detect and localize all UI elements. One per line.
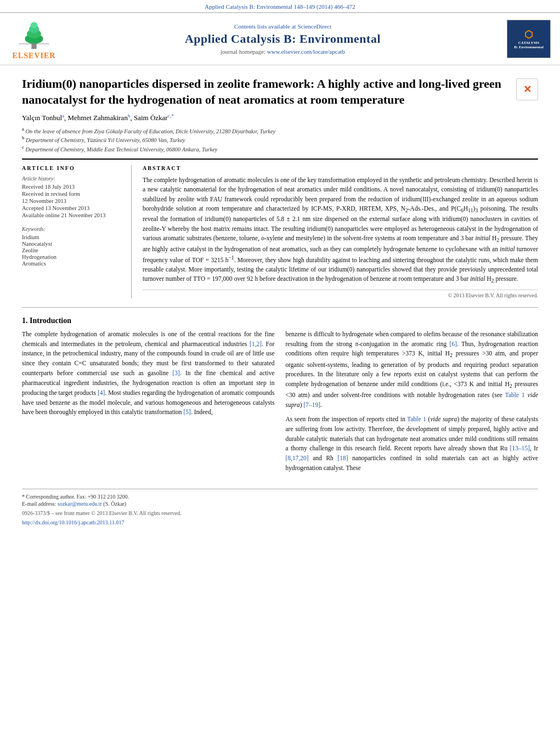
authors-line: Yalçın Tonbula, Mehmet Zahmakiranb, Saim… [22,113,538,122]
introduction-section: 1. Introduction The complete hydrogenati… [22,316,538,478]
author-2: Mehmet Zahmakiran [68,114,128,122]
received-revised-date: 12 November 2013 [22,198,123,204]
ref-6[interactable]: [6] [450,341,457,347]
elsevier-logo: ELSEVIER [7,18,61,60]
ref-4[interactable]: [4] [98,389,105,396]
journal-homepage: journal homepage: www.elsevier.com/locat… [67,48,499,55]
contents-text: Contents lists available at [234,23,296,30]
ref-1-2[interactable]: [1,2] [250,341,262,347]
crossmark-icon: ✕ [523,83,531,95]
accepted-date: Accepted 13 November 2013 [22,205,123,211]
article-title-area: Iridium(0) nanoparticles dispersed in ze… [22,76,538,108]
abstract-text: The complete hydrogenation of aromatic m… [143,176,538,285]
contents-available-line: Contents lists available at ScienceDirec… [67,23,499,30]
article-history-section: Article history: Received 18 July 2013 R… [22,176,123,218]
email-author-name: (S. Özkar) [103,501,126,507]
received-revised-label: Received in revised form [22,191,123,197]
homepage-link[interactable]: www.elsevier.com/locate/apcatb [267,48,345,55]
ref-7-19[interactable]: [7–19] [303,401,320,408]
intro-para-1: The complete hydrogenation of aromatic m… [22,330,275,417]
ref-13-15[interactable]: [13–15] [510,445,530,451]
article-info-abstract-cols: ARTICLE INFO Article history: Received 1… [22,159,538,298]
homepage-label: journal homepage: [220,48,265,55]
doi-link[interactable]: http://dx.doi.org/10.1016/j.apcatb.2013.… [22,519,124,525]
keyword-1: Iridium [22,234,123,240]
abstract-section: The complete hydrogenation of aromatic m… [143,176,538,298]
affiliation-a: a On the leave of absence from Ziya Göka… [22,126,538,134]
intro-number: 1. [22,316,28,325]
keywords-label: Keywords: [22,226,123,232]
elsevier-wordmark: ELSEVIER [13,52,56,60]
email-footnote: E-mail address: sozkar@metu.edu.tr (S. Ö… [22,501,538,507]
intro-para-right-2: As seen from the inspection of reports c… [286,415,539,473]
author-3: Saim Özkar [134,114,168,122]
intro-title: 1. Introduction [22,316,538,325]
received-date: Received 18 July 2013 [22,184,123,190]
ref-3[interactable]: [3] [173,370,180,376]
table-1-ref[interactable]: Table 1 [505,392,525,398]
history-label: Article history: [22,176,123,182]
ref-5[interactable]: [5] [183,409,190,415]
ref-18[interactable]: [18] [337,455,348,461]
keyword-3: Zeolite [22,247,123,253]
crossmark-badge[interactable]: ✕ [516,78,538,100]
intro-heading: Introduction [30,316,71,325]
available-online-date: Available online 21 November 2013 [22,212,123,218]
journal-citation-link[interactable]: Applied Catalysis B: Environmental 148–1… [205,3,355,10]
open-access-line: 0926-3373/$ – see front matter © 2013 El… [22,510,538,516]
right-col-abstract: ABSTRACT The complete hydrogenation of a… [143,165,538,298]
elsevier-tree-icon [12,18,56,50]
article-info-label: ARTICLE INFO [22,165,123,171]
abstract-label: ABSTRACT [143,165,538,171]
intro-two-col: The complete hydrogenation of aromatic m… [22,330,538,478]
journal-citation-bar: Applied Catalysis B: Environmental 148–1… [0,0,560,12]
intro-para-right-1: benzene is difficult to hydrogenate when… [286,330,539,410]
author-1: Yalçın Tonbul [22,114,62,122]
article-footer: * Corresponding author. Fax: +90 312 210… [22,489,538,525]
table-1-ref-2[interactable]: Table 1 [407,416,426,422]
journal-header: ELSEVIER Contents lists available at Sci… [0,12,560,65]
ref-8-17-20[interactable]: [8,17,20] [286,455,309,461]
journal-logo-box: ⬡ CATALYSISB: Environmental [504,20,553,58]
keyword-4: Hydrogenation [22,254,123,260]
author-3-sup: c,* [168,113,174,118]
journal-center: Contents lists available at ScienceDirec… [67,23,499,55]
intro-left-col: The complete hydrogenation of aromatic m… [22,330,275,478]
catalysis-logo-image: ⬡ CATALYSISB: Environmental [507,20,551,58]
article-content: Iridium(0) nanoparticles dispersed in ze… [0,65,560,536]
left-col-article-info: ARTICLE INFO Article history: Received 1… [22,165,132,298]
author-1-sup: a [62,113,64,118]
section-divider [22,307,538,308]
copyright-line: © 2013 Elsevier B.V. All rights reserved… [143,290,538,298]
keywords-section: Keywords: Iridium Nanocatalyst Zeolite H… [22,226,123,267]
keyword-2: Nanocatalyst [22,241,123,247]
affiliation-b: b Department of Chemistry, Yüzüncü Yıl U… [22,135,538,143]
email-label: E-mail address: [22,501,56,507]
author-2-sup: b [128,113,131,118]
affiliations: a On the leave of absence from Ziya Göka… [22,126,538,152]
email-link[interactable]: sozkar@metu.edu.tr [58,501,102,507]
corresponding-author-footnote: * Corresponding author. Fax: +90 312 210… [22,494,538,500]
intro-right-col: benzene is difficult to hydrogenate when… [286,330,539,478]
affiliation-c: c Department of Chemistry, Middle East T… [22,144,538,152]
sciencedirect-link[interactable]: ScienceDirect [297,23,331,30]
journal-title: Applied Catalysis B: Environmental [67,32,499,46]
svg-point-4 [31,22,38,28]
doi-line: http://dx.doi.org/10.1016/j.apcatb.2013.… [22,519,538,525]
keyword-5: Aromatics [22,261,123,267]
article-title: Iridium(0) nanoparticles dispersed in ze… [22,76,511,108]
